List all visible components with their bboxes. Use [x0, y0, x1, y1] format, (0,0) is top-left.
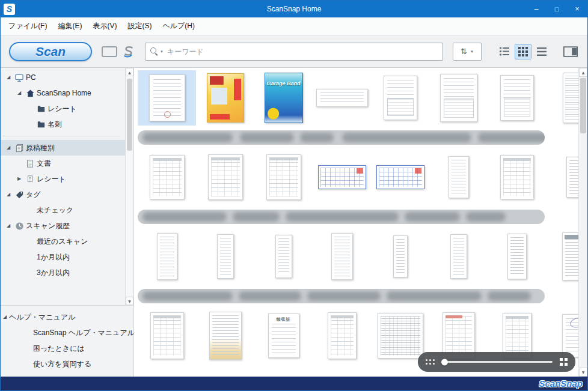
- menu-settings[interactable]: 設定(S): [122, 17, 157, 35]
- thumbnail-item[interactable]: Garage Band: [254, 70, 313, 126]
- sidebar-scroll-track[interactable]: [126, 76, 133, 297]
- thumbnail-form: [208, 154, 243, 200]
- thumbnail-item[interactable]: [313, 70, 371, 126]
- thumbnail-item[interactable]: [488, 229, 546, 284]
- group-header-blurred[interactable]: [138, 210, 545, 224]
- scroll-up-icon[interactable]: ▲: [579, 68, 587, 77]
- sidebar-item-scansnap-help-manual[interactable]: ScanSnap ヘルプ・マニュアル: [1, 325, 133, 341]
- content-scrollbar[interactable]: ▲ ▼: [578, 68, 587, 377]
- sidebar-item-within-1-month[interactable]: 1か月以内: [1, 249, 125, 265]
- thumbnail-item[interactable]: [196, 308, 254, 363]
- chevron-expanded-icon[interactable]: ◢: [4, 223, 13, 228]
- sort-button[interactable]: ⇅ ▼: [453, 43, 482, 61]
- sort-dropdown-icon[interactable]: ▼: [470, 50, 474, 53]
- scan-button[interactable]: Scan: [9, 42, 92, 61]
- thumbnail-item[interactable]: [313, 308, 371, 363]
- search-box[interactable]: ▼: [145, 43, 443, 61]
- help-link-label: ScanSnap ヘルプ・マニュアル: [1, 328, 134, 338]
- chevron-right-icon[interactable]: ▶: [15, 177, 23, 181]
- scansnap-device-icon[interactable]: [122, 45, 135, 58]
- minimize-button[interactable]: –: [526, 1, 547, 17]
- sidebar-item-recent-scans[interactable]: 最近のスキャン: [1, 234, 125, 249]
- search-input[interactable]: [167, 47, 438, 56]
- list-view-button[interactable]: [496, 44, 513, 59]
- thumbnail-item[interactable]: [488, 70, 546, 126]
- thumbnail-item[interactable]: 領収証: [254, 308, 313, 363]
- maximize-button[interactable]: □: [547, 1, 567, 17]
- chevron-expanded-icon[interactable]: ◢: [4, 192, 13, 197]
- device-icon-group: [102, 45, 135, 58]
- thumbnail-item[interactable]: [138, 150, 196, 205]
- sidebar-item-folder-receipt[interactable]: レシート: [1, 101, 125, 117]
- menu-edit[interactable]: 編集(E): [52, 17, 87, 35]
- sidebar-item-label: ScanSnap Home: [37, 89, 91, 97]
- sidebar-item-ask-question[interactable]: 使い方を質問する: [1, 356, 133, 372]
- thumbnail-item[interactable]: [546, 70, 578, 126]
- display-device-icon[interactable]: [102, 46, 117, 57]
- sidebar-item-scansnap-home[interactable]: ◢ScanSnap Home: [1, 85, 125, 101]
- chevron-expanded-icon[interactable]: ◢: [4, 75, 13, 80]
- sidebar-scroll-thumb[interactable]: [127, 79, 132, 151]
- thumbnail-item[interactable]: [371, 150, 429, 205]
- grid-size-icon[interactable]: [560, 358, 568, 366]
- thumbnail-item[interactable]: [196, 150, 254, 205]
- drag-handle-icon[interactable]: [426, 359, 435, 365]
- thumbnail-item[interactable]: [546, 229, 578, 284]
- chevron-expanded-icon[interactable]: ◢: [1, 315, 9, 320]
- sidebar-item-scan-history[interactable]: ◢スキャン履歴: [1, 218, 125, 234]
- blurred-text: [233, 212, 280, 222]
- menu-file[interactable]: ファイル(F): [3, 17, 52, 35]
- sidebar-item-document-type[interactable]: ◢原稿種別: [1, 140, 125, 156]
- chevron-expanded-icon[interactable]: ◢: [15, 91, 23, 95]
- sidebar-item-label: 3か月以内: [37, 268, 70, 278]
- menu-help[interactable]: ヘルプ(H): [157, 17, 200, 35]
- main-body: ◢PC◢ScanSnap Homeレシート名刺◢原稿種別文書▶レシート◢タグ未チ…: [1, 68, 587, 377]
- scroll-down-icon[interactable]: ▼: [126, 297, 133, 305]
- content-scroll-thumb[interactable]: [580, 78, 586, 133]
- thumbnail-item[interactable]: [138, 70, 196, 126]
- thumbnail-item[interactable]: [488, 150, 546, 205]
- sidebar-item-within-3-months[interactable]: 3か月以内: [1, 265, 125, 280]
- sidebar-item-unchecked[interactable]: 未チェック: [1, 202, 125, 218]
- thumbnail-item[interactable]: [138, 308, 196, 363]
- thumbnail-item[interactable]: [371, 70, 429, 126]
- scroll-up-icon[interactable]: ▲: [126, 68, 133, 76]
- sidebar-item-troubleshooting[interactable]: 困ったときには: [1, 341, 133, 356]
- view-toggle-group: [496, 44, 550, 59]
- sidebar-item-folder-meishi[interactable]: 名刺: [1, 117, 125, 132]
- sidebar-scrollbar[interactable]: ▲ ▼: [125, 68, 133, 305]
- thumbnail-item[interactable]: [138, 229, 196, 284]
- help-link-label: 使い方を質問する: [1, 359, 91, 369]
- detail-view-button[interactable]: [533, 44, 550, 59]
- thumbnail-item[interactable]: [429, 70, 488, 126]
- group-header-blurred[interactable]: [138, 289, 545, 303]
- thumbnail-item[interactable]: [546, 150, 578, 205]
- thumbnail-item[interactable]: [429, 150, 488, 205]
- thumbnail-item[interactable]: [254, 150, 313, 205]
- scroll-down-icon[interactable]: ▼: [579, 368, 587, 377]
- sort-icon: ⇅: [461, 47, 467, 55]
- detail-panel-toggle-button[interactable]: [563, 46, 578, 57]
- sidebar-item-tag[interactable]: ◢タグ: [1, 187, 125, 202]
- zoom-slider[interactable]: [443, 361, 553, 363]
- content-scroll-track[interactable]: [579, 77, 587, 368]
- menu-view[interactable]: 表示(V): [87, 17, 122, 35]
- chevron-expanded-icon[interactable]: ◢: [4, 145, 13, 150]
- close-button[interactable]: ×: [567, 1, 587, 17]
- sidebar-item-pc[interactable]: ◢PC: [1, 70, 125, 85]
- thumbnail-view-button[interactable]: [515, 44, 531, 59]
- thumbnail-item[interactable]: [313, 150, 371, 205]
- zoom-slider-thumb[interactable]: [441, 359, 448, 365]
- sidebar-item-receipt[interactable]: ▶レシート: [1, 171, 125, 187]
- thumbnail-label: 領収証: [269, 317, 299, 323]
- thumbnail-item[interactable]: [429, 229, 488, 284]
- thumbnail-item[interactable]: [196, 70, 254, 126]
- search-scope-dropdown-icon[interactable]: ▼: [160, 50, 164, 53]
- group-header-blurred[interactable]: [138, 130, 545, 145]
- sidebar-item-help-manual[interactable]: ◢ ヘルプ・マニュアル: [1, 309, 133, 325]
- sidebar-item-bunsho[interactable]: 文書: [1, 156, 125, 171]
- thumbnail-item[interactable]: [313, 229, 371, 284]
- thumbnail-item[interactable]: [254, 229, 313, 284]
- thumbnail-item[interactable]: [371, 229, 429, 284]
- thumbnail-item[interactable]: [196, 229, 254, 284]
